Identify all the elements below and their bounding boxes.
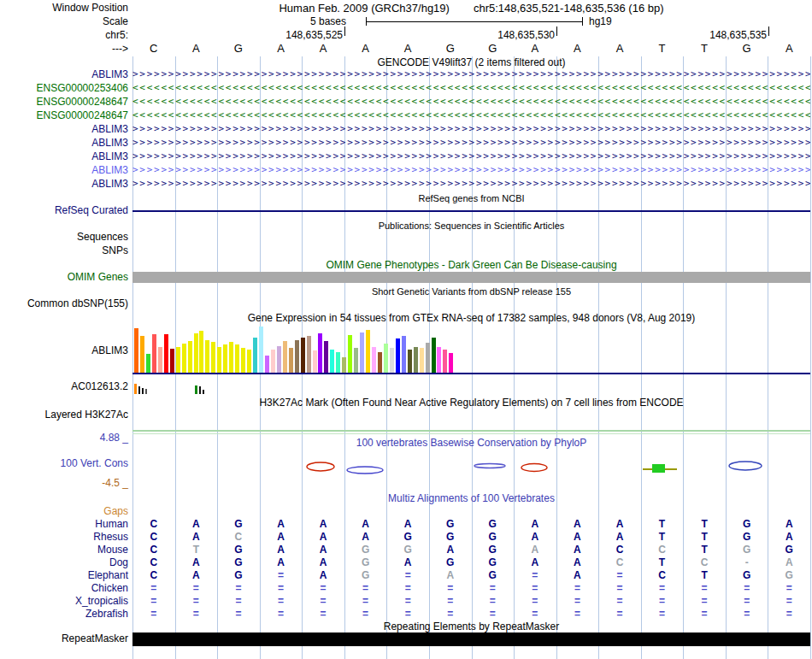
gtex-bar[interactable] xyxy=(211,342,215,373)
refseq-curated-label[interactable]: RefSeq Curated xyxy=(0,204,128,216)
gtex-bar[interactable] xyxy=(140,336,144,373)
gtex-bar[interactable] xyxy=(188,341,192,373)
gtex-bar[interactable] xyxy=(324,341,328,373)
species-label-mouse[interactable]: Mouse xyxy=(0,544,128,556)
gtex-bar[interactable] xyxy=(390,348,394,373)
gene-label-ensg253406[interactable]: ENSG00000253406 xyxy=(0,82,128,94)
species-label-human[interactable]: Human xyxy=(0,518,128,530)
gtex-bar[interactable] xyxy=(426,343,430,373)
species-label-chicken[interactable]: Chicken xyxy=(0,582,128,594)
gtex-bar[interactable] xyxy=(265,356,269,373)
gtex-bar[interactable] xyxy=(432,338,436,373)
gene-label-ablim3[interactable]: ABLIM3 xyxy=(0,164,128,176)
common-dbsnp-label[interactable]: Common dbSNP(155) xyxy=(0,297,128,309)
gtex-bar[interactable] xyxy=(223,344,227,373)
gtex-bar[interactable] xyxy=(318,333,322,373)
gtex-bar[interactable] xyxy=(277,346,281,373)
ac-mark[interactable] xyxy=(134,384,137,394)
gtex-bar[interactable] xyxy=(295,340,299,373)
gene-arrow-row[interactable]: >>>>>>>>>>>>>>>>>>>>>>>>>>>>>>>>>>>>>>>>… xyxy=(132,123,810,134)
species-label-zebrafish[interactable]: Zebrafish xyxy=(0,608,128,620)
gene-arrow-row[interactable]: >>>>>>>>>>>>>>>>>>>>>>>>>>>>>>>>>>>>>>>>… xyxy=(132,68,810,79)
ac-mark[interactable] xyxy=(145,389,147,394)
gtex-bar[interactable] xyxy=(259,327,263,373)
gene-arrow-row[interactable]: >>>>>>>>>>>>>>>>>>>>>>>>>>>>>>>>>>>>>>>>… xyxy=(132,178,810,189)
gtex-bar[interactable] xyxy=(437,347,441,373)
gtex-bar[interactable] xyxy=(313,350,317,373)
gtex-bar[interactable] xyxy=(182,344,186,373)
gtex-bar[interactable] xyxy=(414,347,418,373)
gtex-bar[interactable] xyxy=(360,332,364,373)
gene-arrow-row[interactable]: <<<<<<<<<<<<<<<<<<<<<<<<<<<<<<<<<<<<<<<<… xyxy=(132,96,810,107)
gene-arrow-row[interactable]: <<<<<<<<<<<<<<<<<<<<<<<<<<<<<<<<<<<<<<<<… xyxy=(132,109,810,121)
gene-label-ablim3[interactable]: ABLIM3 xyxy=(0,150,128,162)
species-label-xtropicalis[interactable]: X_tropicalis xyxy=(0,595,128,607)
gtex-bar[interactable] xyxy=(384,344,388,373)
gtex-bar[interactable] xyxy=(194,333,198,373)
gtex-bar[interactable] xyxy=(289,348,293,373)
ac-mark[interactable] xyxy=(199,386,201,394)
gtex-bar[interactable] xyxy=(217,347,221,373)
gtex-bar[interactable] xyxy=(408,350,412,373)
gtex-gene-baseline[interactable] xyxy=(132,373,810,374)
gene-arrow-row[interactable]: >>>>>>>>>>>>>>>>>>>>>>>>>>>>>>>>>>>>>>>>… xyxy=(132,150,810,162)
gene-arrow-row[interactable]: >>>>>>>>>>>>>>>>>>>>>>>>>>>>>>>>>>>>>>>>… xyxy=(132,137,810,148)
gene-label-ensg248647[interactable]: ENSG00000248647 xyxy=(0,109,128,121)
gene-arrow-row[interactable]: <<<<<<<<<<<<<<<<<<<<<<<<<<<<<<<<<<<<<<<<… xyxy=(132,82,810,93)
gene-arrow-row[interactable]: >>>>>>>>>>>>>>>>>>>>>>>>>>>>>>>>>>>>>>>>… xyxy=(132,164,810,175)
gtex-bar[interactable] xyxy=(402,336,406,373)
gtex-bar[interactable] xyxy=(366,330,370,373)
gtex-bar[interactable] xyxy=(176,347,180,373)
ac012613-label[interactable]: AC012613.2 xyxy=(0,380,128,392)
gene-label-ablim3[interactable]: ABLIM3 xyxy=(0,68,128,80)
gtex-bar[interactable] xyxy=(283,341,287,373)
sequences-label[interactable]: Sequences xyxy=(0,231,128,243)
gtex-bar[interactable] xyxy=(229,342,233,373)
ac-mark[interactable] xyxy=(138,386,140,394)
omim-genes-label[interactable]: OMIM Genes xyxy=(0,271,128,283)
ac-mark[interactable] xyxy=(203,390,204,394)
gtex-bar[interactable] xyxy=(330,350,334,373)
gene-label-ablim3[interactable]: ABLIM3 xyxy=(0,123,128,135)
repeatmasker-bar[interactable] xyxy=(132,633,810,646)
gtex-bar[interactable] xyxy=(301,338,305,373)
gtex-bar[interactable] xyxy=(253,338,257,373)
gtex-gene-label[interactable]: ABLIM3 xyxy=(0,344,128,356)
species-label-rhesus[interactable]: Rhesus xyxy=(0,531,128,543)
gtex-bar[interactable] xyxy=(372,347,376,373)
gtex-bar[interactable] xyxy=(443,350,447,373)
gtex-bar[interactable] xyxy=(170,349,174,373)
snps-label[interactable]: SNPs xyxy=(0,244,128,256)
gtex-bar[interactable] xyxy=(158,347,162,373)
gtex-bar[interactable] xyxy=(348,335,352,373)
conservation-track-label[interactable]: 100 Vert. Cons xyxy=(0,457,128,469)
gtex-bar[interactable] xyxy=(271,350,275,373)
gtex-bar[interactable] xyxy=(336,352,340,373)
gtex-bar[interactable] xyxy=(420,348,424,373)
gtex-bar[interactable] xyxy=(449,353,453,373)
gtex-bar[interactable] xyxy=(396,338,400,373)
gene-label-ablim3[interactable]: ABLIM3 xyxy=(0,178,128,190)
gtex-bar[interactable] xyxy=(241,348,245,373)
gtex-bar[interactable] xyxy=(235,344,239,373)
layered-h3k27ac-label[interactable]: Layered H3K27Ac xyxy=(0,409,128,421)
gtex-bar[interactable] xyxy=(342,357,346,373)
species-label-elephant[interactable]: Elephant xyxy=(0,569,128,581)
ac-mark[interactable] xyxy=(195,385,197,394)
omim-gene-bar[interactable] xyxy=(132,272,810,283)
gtex-bar[interactable] xyxy=(354,348,358,373)
gtex-bar[interactable] xyxy=(134,328,138,373)
gtex-bar[interactable] xyxy=(199,331,203,373)
refseq-curated-line[interactable] xyxy=(132,210,810,212)
gtex-bar[interactable] xyxy=(247,350,251,373)
gtex-bar[interactable] xyxy=(146,354,150,373)
gtex-bar[interactable] xyxy=(205,340,209,373)
species-label-dog[interactable]: Dog xyxy=(0,556,128,568)
gtex-bar[interactable] xyxy=(307,336,311,373)
gtex-bar[interactable] xyxy=(164,334,168,373)
gtex-bar[interactable] xyxy=(378,352,382,373)
gene-label-ablim3[interactable]: ABLIM3 xyxy=(0,137,128,149)
repeatmasker-label[interactable]: RepeatMasker xyxy=(0,633,128,644)
gene-label-ensg248647[interactable]: ENSG00000248647 xyxy=(0,96,128,108)
gtex-bar[interactable] xyxy=(152,334,156,373)
